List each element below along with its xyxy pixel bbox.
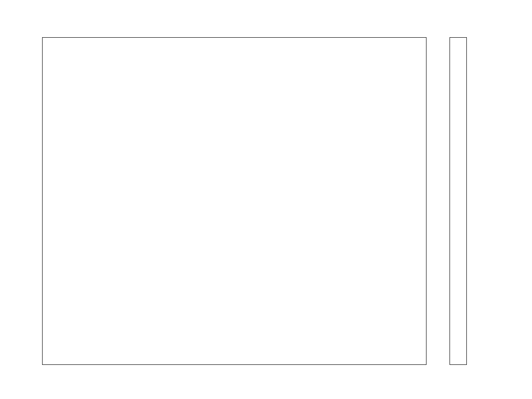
plot-area (42, 37, 426, 365)
ionogram-figure (0, 0, 532, 399)
colorbar (450, 37, 467, 365)
ionogram-heatmap (43, 38, 426, 364)
colorbar-gradient (450, 38, 466, 364)
